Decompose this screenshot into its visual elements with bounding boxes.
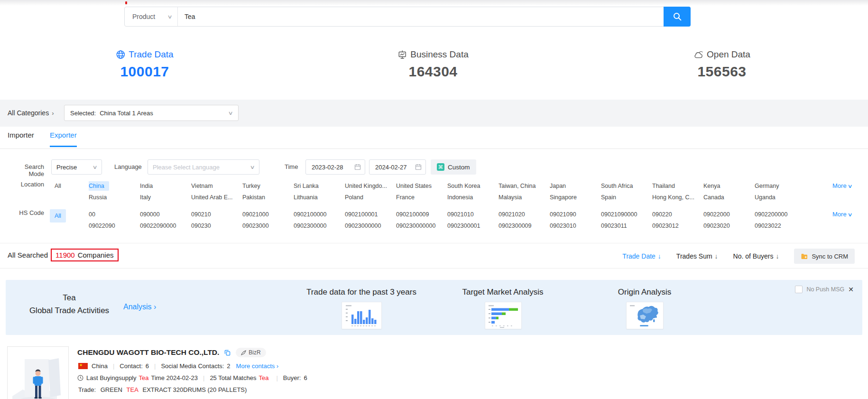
results-summary: All Searched 11900 Companies bbox=[8, 249, 119, 261]
location-option[interactable]: Uganda bbox=[755, 192, 806, 203]
hs-code-option[interactable]: 0902300009 bbox=[499, 221, 550, 231]
hs-code-option[interactable]: 09023020 bbox=[703, 221, 755, 231]
chevron-right-icon: › bbox=[52, 110, 54, 117]
banner-card-title-target: Target Market Analysis bbox=[462, 288, 543, 297]
origin-analysis-card[interactable] bbox=[626, 302, 664, 329]
hs-code-option[interactable]: 09021090 bbox=[550, 209, 601, 220]
location-option[interactable]: Pakistan bbox=[242, 192, 294, 203]
location-more-link[interactable]: More∨ bbox=[832, 181, 852, 191]
hs-code-option[interactable]: 09023011 bbox=[601, 221, 652, 231]
tab-exporter[interactable]: Exporter bbox=[50, 131, 77, 147]
hs-code-option[interactable]: 09021010 bbox=[447, 209, 499, 220]
location-option[interactable]: Sri Lanka bbox=[294, 181, 345, 191]
hs-code-option[interactable]: 09021000 bbox=[242, 209, 294, 220]
analysis-link[interactable]: Analysis › bbox=[123, 303, 156, 311]
tab-importer[interactable]: Importer bbox=[8, 131, 34, 146]
stat-trade-data: Trade Data 100017 bbox=[116, 49, 173, 80]
location-option[interactable]: South Africa bbox=[601, 181, 652, 191]
location-option[interactable]: Indonesia bbox=[447, 192, 499, 203]
location-option[interactable]: France bbox=[396, 192, 447, 203]
trade-data-platform: Product ∨ Trade Data 100017 Business Dat… bbox=[0, 0, 868, 399]
custom-label: Custom bbox=[448, 164, 470, 171]
hs-code-option[interactable]: 090230 bbox=[191, 221, 242, 231]
all-searched-label: All Searched bbox=[8, 251, 48, 259]
hs-code-option[interactable]: 0902200000 bbox=[755, 209, 806, 220]
location-all-option[interactable]: All bbox=[55, 181, 61, 191]
search-mode-select[interactable]: Precise ∨ bbox=[51, 159, 102, 175]
location-option[interactable]: Hong Kong, C... bbox=[652, 192, 703, 203]
hs-code-option[interactable]: 09022090 bbox=[89, 221, 140, 231]
hs-code-option[interactable]: 09022090000 bbox=[140, 221, 191, 231]
location-option[interactable]: United Arab E... bbox=[191, 192, 242, 203]
hs-code-option[interactable]: 00 bbox=[89, 209, 140, 220]
trade-label: Trade: bbox=[78, 386, 96, 393]
location-option[interactable]: China bbox=[89, 181, 140, 191]
stat-label[interactable]: Open Data bbox=[707, 49, 750, 60]
search-input[interactable] bbox=[178, 7, 664, 26]
hs-code-all-option[interactable]: All bbox=[50, 209, 66, 223]
hs-code-option[interactable]: 09021090000 bbox=[601, 209, 652, 220]
location-option[interactable]: Singapore bbox=[550, 192, 601, 203]
company-thumbnail[interactable] bbox=[7, 346, 69, 399]
location-option[interactable]: Turkey bbox=[242, 181, 294, 191]
hs-code-option[interactable]: 09023022 bbox=[755, 221, 806, 231]
hs-code-more-link[interactable]: More∨ bbox=[832, 209, 852, 220]
location-option[interactable]: Vietnam bbox=[191, 181, 242, 191]
hs-code-option[interactable]: 09023012 bbox=[652, 221, 703, 231]
date-from-input[interactable]: 2023-02-28 bbox=[305, 159, 365, 175]
location-option[interactable]: Japan bbox=[550, 181, 601, 191]
sort-no-of-buyers[interactable]: No. of Buyers↓ bbox=[733, 252, 779, 260]
no-push-checkbox[interactable] bbox=[795, 286, 803, 293]
location-option[interactable]: Thailand bbox=[652, 181, 703, 191]
trade-data-card[interactable] bbox=[342, 302, 382, 329]
bizr-badge[interactable]: BizR bbox=[236, 348, 266, 357]
hs-code-option[interactable]: 090210 bbox=[191, 209, 242, 220]
location-option[interactable]: Kenya bbox=[703, 181, 755, 191]
location-option[interactable]: Malaysia bbox=[499, 192, 550, 203]
copy-icon[interactable] bbox=[224, 350, 231, 356]
search-button[interactable] bbox=[664, 7, 691, 27]
language-select[interactable]: Please Select Language ∨ bbox=[148, 159, 259, 175]
hs-code-option[interactable]: 09023000000 bbox=[345, 221, 396, 231]
more-contacts-link[interactable]: More contacts › bbox=[236, 362, 279, 370]
location-option[interactable]: United Kingdo... bbox=[345, 181, 396, 191]
sort-trade-date[interactable]: Trade Date↓ bbox=[622, 252, 661, 260]
location-option[interactable]: Poland bbox=[345, 192, 396, 203]
hs-code-option[interactable]: 0902100001 bbox=[345, 209, 396, 220]
date-to-input[interactable]: 2024-02-27 bbox=[369, 159, 426, 175]
location-option[interactable]: Canada bbox=[703, 192, 755, 203]
hs-code-option[interactable]: 09023000 bbox=[242, 221, 294, 231]
hs-code-option[interactable]: 09022000 bbox=[703, 209, 755, 220]
analysis-label: Analysis bbox=[123, 303, 152, 311]
hs-code-option[interactable]: 09021020 bbox=[499, 209, 550, 220]
hs-code-option[interactable]: 0902300001 bbox=[447, 221, 499, 231]
location-option[interactable]: United States bbox=[396, 181, 447, 191]
selected-areas-dropdown[interactable]: Selected: China Total 1 Areas ∨ bbox=[64, 105, 239, 121]
stat-label[interactable]: Business Data bbox=[410, 49, 469, 60]
hs-code-option[interactable]: 090000 bbox=[140, 209, 191, 220]
search-category-dropdown[interactable]: Product ∨ bbox=[125, 7, 178, 26]
company-name[interactable]: CHENGDU WAGOTT BIO-TECH CO.,LTD. bbox=[77, 348, 219, 357]
hs-code-option[interactable]: 0902300000 bbox=[294, 221, 345, 231]
location-option[interactable]: Taiwan, China bbox=[499, 181, 550, 191]
stat-value: 100017 bbox=[116, 64, 173, 80]
location-option[interactable]: Russia bbox=[89, 192, 140, 203]
location-option[interactable]: India bbox=[140, 181, 191, 191]
hs-code-option[interactable]: 0902100009 bbox=[396, 209, 447, 220]
location-option[interactable]: South Korea bbox=[447, 181, 499, 191]
hs-code-option[interactable]: 0902100000 bbox=[294, 209, 345, 220]
stat-label[interactable]: Trade Data bbox=[129, 49, 173, 60]
hs-code-option[interactable]: 09023010 bbox=[550, 221, 601, 231]
all-categories-link[interactable]: All Categories› bbox=[8, 109, 54, 117]
location-option[interactable]: Lithuania bbox=[294, 192, 345, 203]
custom-time-button[interactable]: ⌘ Custom bbox=[431, 159, 476, 175]
location-option[interactable]: Germany bbox=[755, 181, 806, 191]
location-option[interactable]: Italy bbox=[140, 192, 191, 203]
hs-code-option[interactable]: 090230000000 bbox=[396, 221, 447, 231]
hs-code-option[interactable]: 090220 bbox=[652, 209, 703, 220]
sort-trades-sum[interactable]: Trades Sum↓ bbox=[676, 252, 718, 260]
close-icon[interactable]: ✕ bbox=[848, 286, 854, 293]
sync-to-crm-button[interactable]: Sync to CRM bbox=[794, 249, 855, 264]
location-option[interactable]: Spain bbox=[601, 192, 652, 203]
target-market-card[interactable] bbox=[485, 302, 522, 329]
